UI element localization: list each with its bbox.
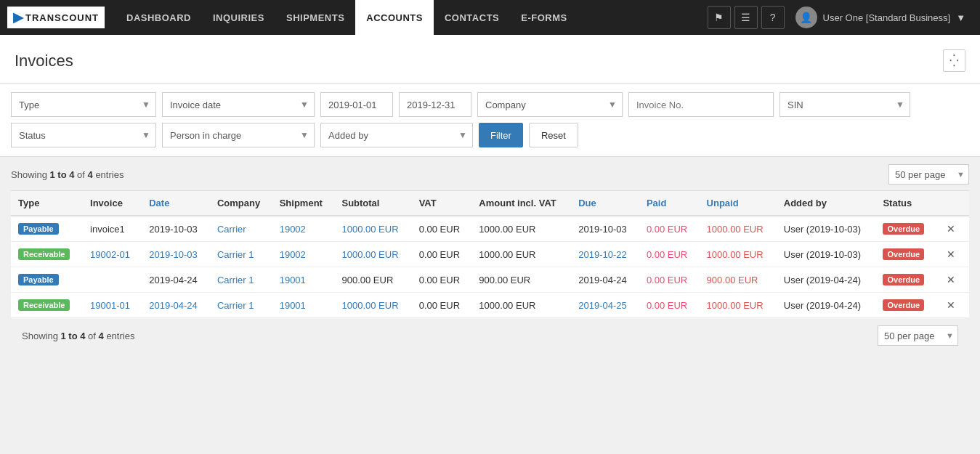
sin-filter[interactable]: SIN: [779, 92, 910, 117]
date-link-3[interactable]: 2019-04-24: [149, 300, 198, 311]
unpaid-text-0: 1000.00 EUR: [707, 224, 764, 235]
person-filter[interactable]: Person in charge: [162, 123, 315, 147]
status-filter-wrap: Status ▼: [11, 123, 156, 147]
showing-suffix: entries: [93, 169, 124, 180]
table-header-row: Type Invoice Date Company Shipment Subto…: [11, 191, 969, 216]
cell-delete-0: ✕: [936, 216, 969, 242]
company-link-2[interactable]: Carrier 1: [217, 275, 254, 285]
cell-paid-3: 0.00 EUR: [639, 293, 700, 318]
due-link-1[interactable]: 2019-10-22: [578, 249, 627, 260]
subtotal-link-0[interactable]: 1000.00 EUR: [341, 224, 398, 235]
company-link-1[interactable]: Carrier 1: [217, 249, 254, 260]
showing-info: Showing 1 to 4 of 4 entries: [11, 169, 123, 180]
cell-paid-1: 0.00 EUR: [639, 242, 700, 267]
invoice-link-1[interactable]: 19002-01: [90, 249, 130, 260]
paid-text-3: 0.00 EUR: [647, 300, 687, 311]
col-type: Type: [11, 191, 83, 216]
per-page-dropdown-top[interactable]: 50 per page 25 per page 100 per page: [888, 164, 969, 185]
nav-contacts[interactable]: CONTACTS: [434, 0, 510, 35]
cell-due-2: 2019-04-24: [571, 267, 639, 293]
per-page-select-bottom: 50 per page 25 per page 100 per page ▼: [878, 325, 958, 346]
added-by-filter[interactable]: Added by: [320, 123, 473, 147]
filter-button[interactable]: Filter: [479, 123, 523, 147]
cell-invoice-1: 19002-01: [83, 242, 142, 267]
table-row: Receivable 19002-01 2019-10-03 Carrier 1…: [11, 242, 969, 267]
type-filter-wrap: Type ▼: [11, 92, 156, 117]
cell-added-by-1: User (2019-10-03): [777, 242, 876, 267]
nav-dashboard[interactable]: DASHBOARD: [116, 0, 202, 35]
avatar: 👤: [795, 7, 817, 28]
type-badge-2: Payable: [18, 274, 59, 285]
col-due[interactable]: Due: [571, 191, 639, 216]
cell-type-1: Receivable: [11, 242, 83, 267]
date-to-input[interactable]: [399, 92, 471, 117]
subtotal-link-3[interactable]: 1000.00 EUR: [341, 300, 398, 311]
col-date[interactable]: Date: [142, 191, 210, 216]
delete-button-1[interactable]: ✕: [943, 248, 959, 260]
table-row: Payable 2019-04-24 Carrier 1 19001 900.0…: [11, 267, 969, 293]
cell-shipment-2: 19001: [272, 267, 335, 293]
unpaid-text-3: 1000.00 EUR: [707, 300, 764, 311]
added-by-text-2: User (2019-04-24): [784, 275, 861, 285]
date-text-0: 2019-10-03: [149, 224, 198, 235]
delete-button-3[interactable]: ✕: [943, 299, 959, 311]
paid-text-0: 0.00 EUR: [647, 224, 687, 235]
reset-button[interactable]: Reset: [529, 123, 578, 147]
type-filter[interactable]: Type: [11, 92, 156, 117]
per-page-dropdown-bottom[interactable]: 50 per page 25 per page 100 per page: [878, 325, 958, 346]
brand-logo[interactable]: ▶ TRANSCOUNT: [7, 7, 105, 28]
status-filter[interactable]: Status: [11, 123, 156, 147]
delete-button-0[interactable]: ✕: [943, 223, 959, 235]
cell-type-2: Payable: [11, 267, 83, 293]
user-menu[interactable]: 👤 User One [Standard Business] ▼: [788, 7, 973, 28]
col-vat: VAT: [412, 191, 472, 216]
date-from-input[interactable]: [320, 92, 393, 117]
invoice-link-3[interactable]: 19001-01: [90, 300, 130, 311]
chat-icon-button[interactable]: ⚑: [708, 6, 731, 29]
nav-shipments[interactable]: SHIPMENTS: [275, 0, 355, 35]
invoice-date-filter[interactable]: Invoice date: [162, 92, 315, 117]
shipment-link-1[interactable]: 19002: [280, 249, 306, 260]
cell-added-by-0: User (2019-10-03): [777, 216, 876, 242]
company-link-0[interactable]: Carrier: [217, 224, 246, 235]
invoice-no-input[interactable]: [628, 92, 774, 117]
list-icon-button[interactable]: ☰: [734, 6, 758, 29]
table-row: Receivable 19001-01 2019-04-24 Carrier 1…: [11, 293, 969, 318]
nav-accounts[interactable]: ACCOUNTS: [355, 0, 434, 35]
cell-delete-1: ✕: [936, 242, 969, 267]
cell-amount-incl-vat-3: 1000.00 EUR: [471, 293, 571, 318]
due-text-0: 2019-10-03: [578, 224, 627, 235]
shipment-link-3[interactable]: 19001: [280, 300, 306, 311]
cell-invoice-0: invoice1: [83, 216, 142, 242]
help-icon-button[interactable]: ?: [761, 6, 785, 29]
nav-inquiries[interactable]: INQUIRIES: [202, 0, 275, 35]
shipment-link-2[interactable]: 19001: [280, 275, 306, 285]
subtotal-text-2: 900.00 EUR: [341, 275, 393, 285]
showing-prefix-bottom: Showing: [22, 331, 60, 341]
nav-eforms[interactable]: E-FORMS: [510, 0, 578, 35]
vat-text-0: 0.00 EUR: [419, 224, 460, 235]
cell-unpaid-3: 1000.00 EUR: [700, 293, 777, 318]
company-filter[interactable]: Company: [477, 92, 623, 117]
shipment-link-0[interactable]: 19002: [280, 224, 306, 235]
col-unpaid[interactable]: Unpaid: [700, 191, 777, 216]
invoices-table: Type Invoice Date Company Shipment Subto…: [11, 190, 969, 318]
cell-company-0: Carrier: [210, 216, 272, 242]
showing-info-bottom: Showing 1 to 4 of 4 entries: [22, 331, 134, 341]
cell-company-1: Carrier 1: [210, 242, 272, 267]
due-link-3[interactable]: 2019-04-25: [578, 300, 627, 311]
cell-paid-2: 0.00 EUR: [639, 267, 700, 293]
per-page-select-top: 50 per page 25 per page 100 per page ▼: [888, 164, 969, 185]
delete-button-2[interactable]: ✕: [943, 274, 959, 285]
cell-date-3: 2019-04-24: [142, 293, 210, 318]
cell-type-0: Payable: [11, 216, 83, 242]
grid-view-button[interactable]: ⁛: [943, 49, 965, 72]
user-label: User One [Standard Business]: [823, 12, 951, 23]
cell-status-0: Overdue: [875, 216, 936, 242]
subtotal-link-1[interactable]: 1000.00 EUR: [341, 249, 398, 260]
company-link-3[interactable]: Carrier 1: [217, 300, 254, 311]
date-link-1[interactable]: 2019-10-03: [149, 249, 198, 260]
type-badge-0: Payable: [18, 223, 59, 235]
vat-text-3: 0.00 EUR: [419, 300, 460, 311]
col-paid[interactable]: Paid: [639, 191, 700, 216]
